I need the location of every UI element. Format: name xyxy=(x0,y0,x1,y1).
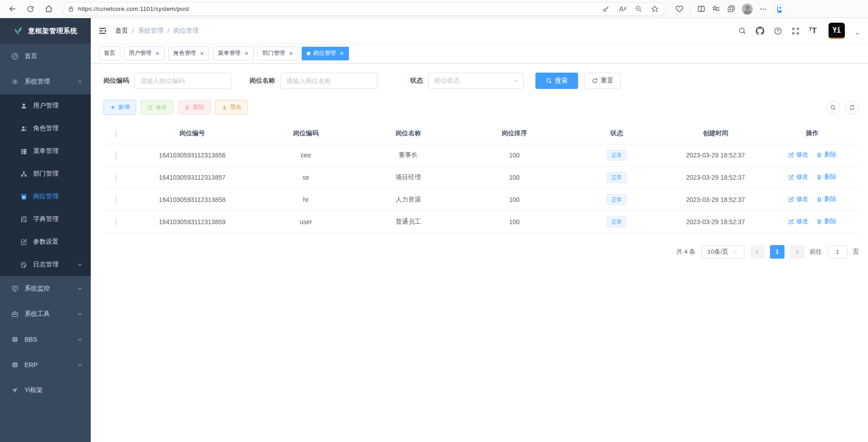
pagination: 共 4 条 10条/页 1 前往 页 xyxy=(103,245,859,259)
close-icon[interactable]: ✕ xyxy=(244,50,249,57)
globe-icon xyxy=(11,361,19,368)
split-screen-icon[interactable] xyxy=(697,5,706,13)
row-edit-link[interactable]: 修改 xyxy=(788,217,808,226)
sidebar-item-param-settings[interactable]: 参数设置 xyxy=(0,231,91,253)
collections-icon[interactable] xyxy=(727,5,736,13)
sidebar-item-dict-mgmt[interactable]: 字典管理 xyxy=(0,208,91,231)
password-key-icon[interactable] xyxy=(599,3,612,15)
sidebar-item-dept-mgmt[interactable]: 部门管理 xyxy=(0,162,91,185)
close-icon[interactable]: ✕ xyxy=(200,50,204,57)
close-icon[interactable]: ✕ xyxy=(339,50,344,57)
add-button[interactable]: 新增 xyxy=(103,100,136,115)
row-edit-link[interactable]: 修改 xyxy=(788,151,808,159)
sidebar-item-user-mgmt[interactable]: 用户管理 xyxy=(0,94,91,117)
browser-home-button[interactable] xyxy=(41,2,56,16)
goto-page-input[interactable] xyxy=(828,245,848,259)
browser-back-button[interactable] xyxy=(5,2,20,16)
log-icon xyxy=(20,261,27,268)
dashboard-icon xyxy=(11,53,19,60)
sidebar-item-yi-framework[interactable]: Yi框架 xyxy=(0,378,91,403)
browser-refresh-button[interactable] xyxy=(23,2,38,16)
row-delete-link[interactable]: 删除 xyxy=(816,195,836,203)
app-topbar: 首页 / 系统管理 / 岗位管理 TT Yi xyxy=(91,18,868,44)
favorites-icon[interactable] xyxy=(712,5,721,13)
search-icon xyxy=(546,78,552,84)
avatar-caret-icon[interactable] xyxy=(855,31,860,36)
tab-dept-mgmt[interactable]: 部门管理✕ xyxy=(257,47,298,60)
read-aloud-icon[interactable] xyxy=(616,3,628,15)
row-checkbox[interactable] xyxy=(116,173,117,182)
show-search-toggle-button[interactable] xyxy=(826,101,840,114)
edit-button[interactable]: 修改 xyxy=(141,100,173,115)
col-post-sort: 岗位排序 xyxy=(461,123,569,144)
address-bar[interactable]: https://ccnetcore.com:1101/system/post xyxy=(63,2,666,16)
app-logo[interactable]: 意框架管理系统 xyxy=(0,18,91,44)
sidebar-item-home[interactable]: 首页 xyxy=(0,44,91,69)
browser-essentials-icon[interactable] xyxy=(675,5,684,13)
export-button[interactable]: 导出 xyxy=(215,100,248,115)
search-icon[interactable] xyxy=(738,27,746,35)
row-checkbox[interactable] xyxy=(116,196,117,204)
breadcrumb-home[interactable]: 首页 xyxy=(115,27,128,35)
browser-menu-dots-icon[interactable] xyxy=(759,5,767,13)
post-name-input[interactable] xyxy=(280,73,378,89)
status-select[interactable]: 岗位状态 xyxy=(428,73,524,89)
close-icon[interactable]: ✕ xyxy=(155,50,160,57)
row-checkbox[interactable] xyxy=(116,218,117,226)
tab-label: 首页 xyxy=(104,49,115,57)
export-button-label: 导出 xyxy=(230,103,241,111)
post-code-input[interactable] xyxy=(134,73,231,89)
row-delete-link[interactable]: 删除 xyxy=(816,173,836,181)
row-edit-link[interactable]: 修改 xyxy=(788,173,808,181)
user-avatar[interactable]: Yi xyxy=(829,23,845,39)
help-icon[interactable] xyxy=(774,27,782,35)
select-all-checkbox[interactable] xyxy=(116,129,117,138)
add-favorite-star-icon[interactable] xyxy=(648,3,661,15)
row-delete-link[interactable]: 删除 xyxy=(816,151,836,159)
sidebar-item-log-mgmt[interactable]: 日志管理 xyxy=(0,253,91,276)
tab-user-mgmt[interactable]: 用户管理✕ xyxy=(124,47,165,60)
text-size-icon[interactable]: TT xyxy=(809,26,817,35)
tab-menu-mgmt[interactable]: 菜单管理✕ xyxy=(213,47,254,60)
cell-post-sort: 100 xyxy=(461,144,569,166)
bing-chat-icon[interactable] xyxy=(774,3,785,15)
search-form: 岗位编码 岗位名称 状态 岗位状态 搜索 重置 xyxy=(103,73,859,89)
refresh-table-button[interactable] xyxy=(845,101,859,114)
sidebar-item-system-monitor[interactable]: 系统监控 xyxy=(0,276,91,301)
prev-page-button[interactable] xyxy=(750,245,765,259)
sidebar-item-menu-mgmt[interactable]: 菜单管理 xyxy=(0,140,91,162)
edit-icon xyxy=(788,152,794,158)
status-label: 状态 xyxy=(410,77,423,85)
search-button[interactable]: 搜索 xyxy=(535,73,578,89)
close-icon[interactable]: ✕ xyxy=(289,50,293,57)
next-page-button[interactable] xyxy=(790,245,804,259)
sidebar-item-system-tools[interactable]: 系统工具 xyxy=(0,301,91,327)
url-text[interactable]: https://ccnetcore.com:1101/system/post xyxy=(78,5,596,12)
cell-post-sort: 100 xyxy=(461,188,569,211)
sidebar-item-bbs[interactable]: BBS xyxy=(0,327,91,352)
sidebar-fold-icon[interactable] xyxy=(98,26,107,35)
sidebar-item-erp[interactable]: ERP xyxy=(0,352,91,378)
user-icon xyxy=(20,103,27,109)
sidebar-item-role-mgmt[interactable]: 角色管理 xyxy=(0,117,91,140)
page-size-select[interactable]: 10条/页 xyxy=(701,245,745,259)
row-delete-link[interactable]: 删除 xyxy=(816,217,836,226)
tab-post-mgmt[interactable]: 岗位管理✕ xyxy=(302,47,349,60)
fullscreen-icon[interactable] xyxy=(791,27,800,35)
sidebar-item-system-mgmt[interactable]: 系统管理 xyxy=(0,69,91,94)
row-edit-link[interactable]: 修改 xyxy=(788,195,808,203)
sidebar-item-post-mgmt[interactable]: 岗位管理 xyxy=(0,185,91,208)
github-icon[interactable] xyxy=(755,26,765,35)
tab-home[interactable]: 首页 xyxy=(99,47,120,60)
zoom-out-icon[interactable] xyxy=(632,3,645,15)
row-checkbox[interactable] xyxy=(116,151,117,159)
tab-role-mgmt[interactable]: 角色管理✕ xyxy=(168,47,209,60)
browser-profile-avatar[interactable] xyxy=(742,4,753,15)
lock-icon[interactable] xyxy=(68,5,74,12)
current-page-button[interactable]: 1 xyxy=(770,245,785,259)
sidebar-item-label: 系统监控 xyxy=(25,285,50,293)
breadcrumb-system[interactable]: 系统管理 xyxy=(138,27,163,35)
reset-button[interactable]: 重置 xyxy=(584,73,621,89)
delete-button[interactable]: 删除 xyxy=(178,100,211,115)
sidebar-item-label: 日志管理 xyxy=(33,260,59,269)
